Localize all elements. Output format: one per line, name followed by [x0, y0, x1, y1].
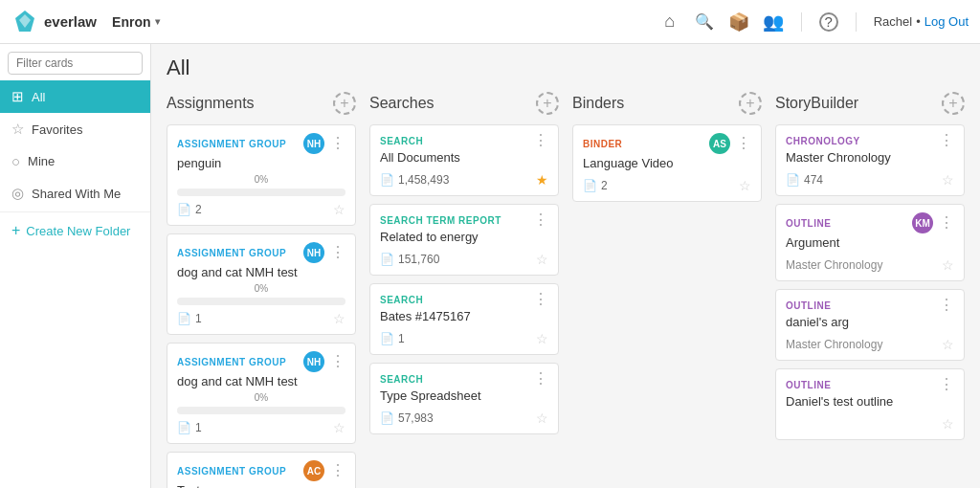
assignments-title: Assignments	[167, 95, 255, 112]
card-type-row: BINDER AS ⋮	[583, 133, 751, 154]
doc-icon: 📄	[786, 173, 800, 187]
card-menu-icon[interactable]: ⋮	[939, 298, 954, 313]
person-icon: ○	[11, 153, 20, 169]
sidebar-item-shared[interactable]: ◎ Shared With Me	[0, 177, 150, 210]
doc-icon: 📄	[177, 421, 191, 434]
users-icon[interactable]: 👥	[763, 11, 784, 33]
card-type-row: SEARCH ⋮	[380, 371, 548, 387]
home-icon[interactable]: ⌂	[659, 11, 680, 33]
card-type-label: BINDER	[583, 139, 622, 149]
filter-input[interactable]	[8, 52, 143, 75]
card-footer: Master Chronology ☆	[786, 337, 954, 352]
storybuilder-card-daniels-arg: OUTLINE ⋮ daniel's arg Master Chronology…	[775, 289, 965, 361]
card-type-row: OUTLINE KM ⋮	[786, 212, 954, 233]
card-type-row: ASSIGNMENT GROUP NH ⋮	[177, 351, 345, 372]
star-button[interactable]: ☆	[333, 311, 345, 326]
card-type-row: ASSIGNMENT GROUP AC ⋮	[177, 460, 345, 481]
help-icon[interactable]: ?	[819, 12, 838, 32]
search-icon[interactable]: 🔍	[694, 11, 715, 33]
card-menu-icon[interactable]: ⋮	[533, 371, 548, 387]
card-menu-icon[interactable]: ⋮	[330, 245, 345, 260]
card-name: Test	[177, 483, 345, 488]
main-layout: ⊞ All ☆ Favorites ○ Mine ◎ Shared With M…	[0, 44, 980, 488]
star-button[interactable]: ☆	[333, 202, 345, 217]
plus-icon: +	[11, 222, 20, 239]
card-footer: 📄 2 ☆	[177, 202, 345, 217]
share-icon: ◎	[11, 185, 24, 202]
username: Rachel	[874, 14, 912, 29]
logout-link[interactable]: Log Out	[924, 14, 969, 29]
card-menu-icon[interactable]: ⋮	[533, 292, 548, 307]
upload-icon[interactable]: 📦	[728, 11, 749, 33]
star-button[interactable]: ☆	[536, 410, 548, 426]
page-title: All	[167, 55, 965, 80]
card-type-label: CHRONOLOGY	[786, 136, 860, 146]
assignment-card-dog-nmh: ASSIGNMENT GROUP NH ⋮ dog and cat NMH te…	[167, 233, 356, 335]
card-subtitle: Master Chronology	[786, 258, 882, 272]
doc-icon: 📄	[380, 253, 394, 266]
card-footer: 📄 2 ☆	[583, 178, 751, 193]
columns-grid: Assignments + ASSIGNMENT GROUP NH ⋮ peng…	[167, 92, 965, 488]
card-menu-icon[interactable]: ⋮	[330, 354, 345, 369]
card-count: 📄 151,760	[380, 253, 439, 266]
grid-icon: ⊞	[11, 88, 24, 105]
star-button[interactable]: ☆	[333, 420, 345, 435]
star-button[interactable]: ☆	[942, 172, 954, 188]
star-button[interactable]: ★	[536, 172, 548, 188]
star-button[interactable]: ☆	[942, 257, 954, 273]
card-count: 📄 2	[583, 179, 608, 192]
logo-text: everlaw	[44, 13, 97, 30]
avatar: AC	[303, 460, 324, 481]
card-type-row: OUTLINE ⋮	[786, 377, 954, 392]
card-menu-icon[interactable]: ⋮	[533, 212, 548, 228]
count-value: 1	[195, 421, 202, 434]
card-type-label: SEARCH	[380, 374, 423, 385]
star-button[interactable]: ☆	[536, 252, 548, 267]
card-menu-icon[interactable]: ⋮	[939, 133, 954, 148]
avatar: NH	[303, 242, 324, 263]
sidebar-item-mine[interactable]: ○ Mine	[0, 145, 150, 177]
card-menu-icon[interactable]: ⋮	[330, 136, 345, 151]
star-button[interactable]: ☆	[739, 178, 751, 193]
card-menu-icon[interactable]: ⋮	[330, 463, 345, 478]
progress-bar	[177, 407, 345, 414]
progress-bar	[177, 189, 345, 196]
add-storybuilder-button[interactable]: +	[942, 92, 965, 115]
card-type-label: ASSIGNMENT GROUP	[177, 466, 286, 477]
count-value: 1	[398, 332, 405, 345]
card-footer: 📄 1 ☆	[177, 311, 345, 326]
card-type-label: SEARCH TERM REPORT	[380, 215, 501, 226]
count-value: 151,760	[398, 253, 439, 266]
sidebar-item-favorites[interactable]: ☆ Favorites	[0, 113, 150, 145]
star-button[interactable]: ☆	[942, 416, 954, 432]
create-folder-button[interactable]: + Create New Folder	[0, 214, 150, 247]
card-type-label: OUTLINE	[786, 218, 831, 229]
card-type-right: AS ⋮	[709, 133, 751, 154]
project-selector[interactable]: Enron ▾	[112, 14, 159, 30]
sidebar-label-all: All	[32, 90, 45, 104]
card-name: Master Chronology	[786, 150, 954, 165]
nav-divider	[801, 12, 802, 32]
card-footer: 📄 1 ☆	[380, 331, 548, 346]
card-name: daniel's arg	[786, 315, 954, 329]
progress-label: 0%	[177, 174, 345, 185]
card-menu-icon[interactable]: ⋮	[939, 215, 954, 231]
add-assignment-button[interactable]: +	[333, 92, 356, 115]
card-footer: 📄 1 ☆	[177, 420, 345, 435]
card-menu-icon[interactable]: ⋮	[736, 136, 751, 151]
card-menu-icon[interactable]: ⋮	[533, 133, 548, 148]
doc-icon: 📄	[380, 332, 394, 345]
sidebar-item-all[interactable]: ⊞ All	[0, 80, 150, 113]
assignment-card-dog-nmh-2: ASSIGNMENT GROUP NH ⋮ dog and cat NMH te…	[167, 343, 356, 444]
star-button[interactable]: ☆	[942, 337, 954, 352]
storybuilder-header: StoryBuilder +	[775, 92, 965, 115]
storybuilder-card-master-chron: CHRONOLOGY ⋮ Master Chronology 📄 474 ☆	[775, 124, 965, 196]
card-type-label: ASSIGNMENT GROUP	[177, 248, 286, 258]
add-binder-button[interactable]: +	[739, 92, 762, 115]
card-menu-icon[interactable]: ⋮	[939, 377, 954, 392]
card-name: All Documents	[380, 150, 548, 165]
card-name: penguin	[177, 156, 345, 170]
avatar: NH	[303, 133, 324, 154]
star-button[interactable]: ☆	[536, 331, 548, 346]
add-search-button[interactable]: +	[536, 92, 559, 115]
